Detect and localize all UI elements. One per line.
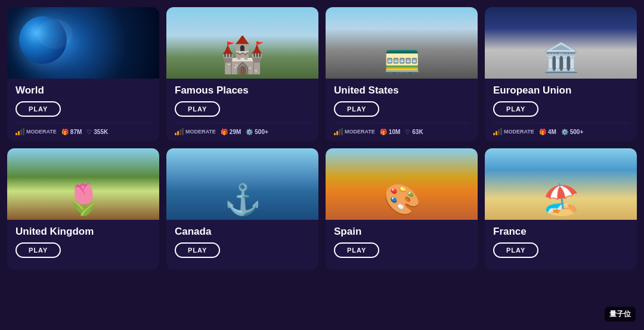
bar3 xyxy=(20,129,22,135)
play-button-france[interactable]: PLAY xyxy=(493,242,538,258)
bar1 xyxy=(334,133,336,135)
play-button-spain[interactable]: PLAY xyxy=(334,242,379,258)
card-title-united-kingdom: United Kingdom xyxy=(16,226,151,238)
likes-value: 500+ xyxy=(570,129,584,135)
difficulty-european-union: MODERATE xyxy=(493,128,534,135)
plays-value: 87M xyxy=(70,129,82,135)
card-united-kingdom: United Kingdom PLAY xyxy=(7,148,159,270)
plays-stat-world: 🎁 87M xyxy=(61,129,82,135)
card-france: France PLAY xyxy=(485,148,637,270)
difficulty-bars xyxy=(16,128,24,135)
play-button-canada[interactable]: PLAY xyxy=(175,242,220,258)
image-bg-european-union xyxy=(485,7,637,79)
bar4 xyxy=(23,128,24,135)
difficulty-label: MODERATE xyxy=(504,129,534,135)
likes-value: 63K xyxy=(412,129,423,135)
gift-icon: 🎁 xyxy=(380,129,387,135)
plays-value: 4M xyxy=(548,129,556,135)
card-image-united-states xyxy=(326,7,478,79)
card-title-famous-places: Famous Places xyxy=(175,85,310,96)
play-button-famous-places[interactable]: PLAY xyxy=(175,101,220,117)
card-body-united-kingdom: United Kingdom PLAY xyxy=(7,220,159,270)
plays-stat-european-union: 🎁 4M xyxy=(539,129,556,135)
card-image-world xyxy=(7,7,159,79)
difficulty-bars xyxy=(175,128,184,135)
card-spain: Spain PLAY xyxy=(326,148,478,270)
plays-stat-famous-places: 🎁 29M xyxy=(221,129,241,135)
plays-value: 10M xyxy=(389,129,400,135)
card-title-world: World xyxy=(16,85,151,96)
card-title-france: France xyxy=(493,226,628,238)
image-bg-france xyxy=(485,148,637,220)
card-image-spain xyxy=(326,148,478,220)
difficulty-bars xyxy=(493,128,502,135)
card-canada: Canada PLAY xyxy=(166,148,318,270)
image-bg-united-states xyxy=(326,7,478,79)
bar2 xyxy=(18,131,20,135)
difficulty-label: MODERATE xyxy=(185,129,216,135)
plays-value: 29M xyxy=(230,129,241,135)
difficulty-world: MODERATE xyxy=(16,128,57,135)
cards-grid: World PLAY MODERATE 🎁 87M ♡ 355K xyxy=(7,7,637,270)
card-world: World PLAY MODERATE 🎁 87M ♡ 355K xyxy=(7,7,159,141)
card-title-european-union: European Union xyxy=(493,85,628,96)
gift-icon: 🎁 xyxy=(61,129,69,135)
bar3 xyxy=(339,129,340,135)
card-body-world: World PLAY MODERATE 🎁 87M ♡ 355K xyxy=(7,79,159,141)
bar4 xyxy=(500,128,502,135)
card-body-canada: Canada PLAY xyxy=(166,220,318,270)
heart-icon: ♡ xyxy=(405,129,410,135)
card-famous-places: Famous Places PLAY MODERATE 🎁 29M ⚙️ 500… xyxy=(166,7,318,141)
card-title-united-states: United States xyxy=(334,85,469,96)
play-button-united-states[interactable]: PLAY xyxy=(334,101,379,117)
card-body-famous-places: Famous Places PLAY MODERATE 🎁 29M ⚙️ 500… xyxy=(166,79,318,141)
image-bg-world xyxy=(7,7,159,79)
gift-icon: 🎁 xyxy=(221,129,228,135)
card-stats-famous-places: MODERATE 🎁 29M ⚙️ 500+ xyxy=(175,123,310,135)
card-image-canada xyxy=(166,148,318,220)
bar1 xyxy=(175,133,177,135)
bar3 xyxy=(498,129,500,135)
difficulty-famous-places: MODERATE xyxy=(175,128,216,135)
card-title-spain: Spain xyxy=(334,226,469,238)
card-image-famous-places xyxy=(166,7,318,79)
card-european-union: European Union PLAY MODERATE 🎁 4M ⚙️ 500… xyxy=(485,7,637,141)
gift-icon: 🎁 xyxy=(539,129,546,135)
bar1 xyxy=(493,133,495,135)
likes-stat-famous-places: ⚙️ 500+ xyxy=(246,129,268,135)
card-title-canada: Canada xyxy=(175,226,310,238)
bar2 xyxy=(496,131,497,135)
card-image-united-kingdom xyxy=(7,148,159,220)
difficulty-label: MODERATE xyxy=(26,129,57,135)
card-image-france xyxy=(485,148,637,220)
bar4 xyxy=(182,128,184,135)
bar1 xyxy=(16,133,17,135)
likes-stat-european-union: ⚙️ 500+ xyxy=(561,129,584,135)
card-stats-world: MODERATE 🎁 87M ♡ 355K xyxy=(16,123,151,135)
likes-stat-united-states: ♡ 63K xyxy=(405,129,423,135)
play-button-world[interactable]: PLAY xyxy=(16,101,61,117)
play-button-european-union[interactable]: PLAY xyxy=(493,101,538,117)
bar2 xyxy=(336,131,338,135)
card-united-states: United States PLAY MODERATE 🎁 10M ♡ 63K xyxy=(326,7,478,141)
card-stats-european-union: MODERATE 🎁 4M ⚙️ 500+ xyxy=(493,123,628,135)
puzzle-icon: ⚙️ xyxy=(561,129,568,135)
card-image-european-union xyxy=(485,7,637,79)
likes-stat-world: ♡ 355K xyxy=(86,129,108,135)
heart-icon: ♡ xyxy=(86,129,92,135)
likes-value: 355K xyxy=(94,129,108,135)
difficulty-bars xyxy=(334,128,343,135)
image-bg-famous-places xyxy=(166,7,318,79)
bar3 xyxy=(179,129,181,135)
card-body-european-union: European Union PLAY MODERATE 🎁 4M ⚙️ 500… xyxy=(485,79,637,141)
play-button-united-kingdom[interactable]: PLAY xyxy=(16,242,61,258)
image-bg-canada xyxy=(166,148,318,220)
card-stats-united-states: MODERATE 🎁 10M ♡ 63K xyxy=(334,123,469,135)
bar4 xyxy=(341,128,343,135)
card-body-united-states: United States PLAY MODERATE 🎁 10M ♡ 63K xyxy=(326,79,478,141)
bar2 xyxy=(177,131,179,135)
puzzle-icon: ⚙️ xyxy=(246,129,253,135)
plays-stat-united-states: 🎁 10M xyxy=(380,129,400,135)
difficulty-united-states: MODERATE xyxy=(334,128,375,135)
card-body-france: France PLAY xyxy=(485,220,637,270)
